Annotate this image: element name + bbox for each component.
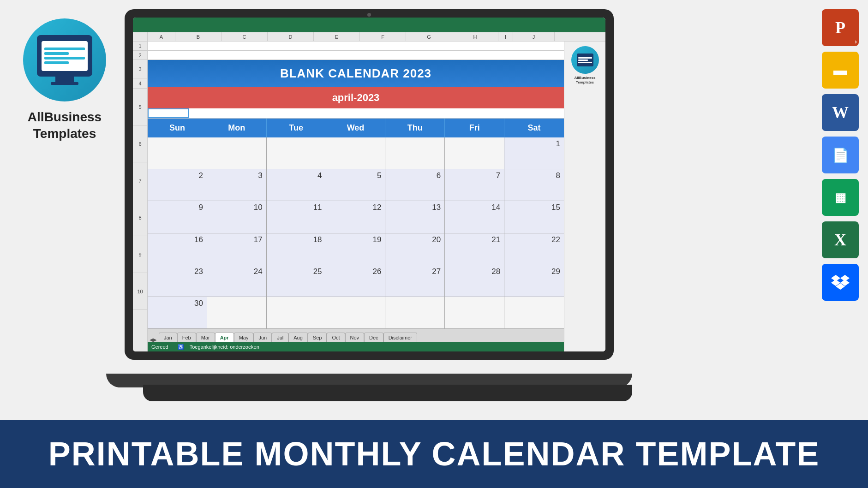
cell-w1-tue bbox=[267, 137, 326, 169]
col-c: C bbox=[221, 32, 268, 41]
col-b: B bbox=[175, 32, 221, 41]
corner-cell bbox=[133, 32, 148, 41]
header-tue: Tue bbox=[267, 119, 326, 137]
calendar-grid: 1 2 3 4 5 6 7 8 bbox=[148, 137, 564, 328]
col-i: I bbox=[498, 32, 513, 41]
accessibility-icon: ♿ bbox=[178, 344, 184, 350]
cell-2: 2 bbox=[148, 169, 207, 201]
cell-23: 23 bbox=[148, 265, 207, 297]
row-4: 4 bbox=[133, 78, 147, 89]
header-sat: Sat bbox=[504, 119, 564, 137]
column-headers: A B C D E F G H I J bbox=[133, 32, 605, 42]
row-7: 7 bbox=[133, 162, 147, 199]
col-d: D bbox=[268, 32, 314, 41]
day-headers-row: Sun Mon Tue Wed Thu Fri Sat bbox=[148, 119, 564, 137]
brand-logo-circle bbox=[23, 18, 106, 101]
cell-8: 8 bbox=[504, 169, 564, 201]
header-mon: Mon bbox=[207, 119, 267, 137]
cell-14: 14 bbox=[445, 201, 504, 232]
cell-w6-thu bbox=[385, 297, 445, 328]
calendar-area: BLANK CALENDAR 2023 april-2023 Sun Mon T… bbox=[148, 42, 564, 351]
cell-6: 6 bbox=[385, 169, 445, 201]
bottom-banner-text: PRINTABLE MONTHLY CALENDAR TEMPLATE bbox=[48, 435, 820, 473]
cell-12: 12 bbox=[326, 201, 386, 232]
tab-may[interactable]: May bbox=[234, 333, 254, 342]
cell-w1-thu bbox=[385, 137, 445, 169]
cell-1: 1 bbox=[504, 137, 564, 169]
cell-w1-fri bbox=[445, 137, 504, 169]
excel-ribbon bbox=[133, 18, 605, 32]
empty-row-4 bbox=[148, 108, 564, 119]
tab-mar[interactable]: Mar bbox=[196, 333, 215, 342]
tab-jun[interactable]: Jun bbox=[253, 333, 272, 342]
laptop-screen: A B C D E F G H I J 1 2 bbox=[133, 18, 605, 351]
cell-7: 7 bbox=[445, 169, 504, 201]
tab-dec[interactable]: Dec bbox=[364, 333, 383, 342]
header-sun: Sun bbox=[148, 119, 207, 137]
tab-nav-arrows[interactable]: ◀ ▶ bbox=[150, 337, 157, 342]
excel-main-content: 1 2 3 4 5 6 7 8 9 10 bbox=[133, 42, 605, 351]
google-docs-icon[interactable]: 📄 bbox=[822, 137, 859, 173]
tab-oct[interactable]: Oct bbox=[327, 333, 345, 342]
tab-sep[interactable]: Sep bbox=[308, 333, 327, 342]
status-text-left: Gereed bbox=[151, 344, 168, 350]
laptop-foot bbox=[143, 385, 632, 401]
cell-w1-wed bbox=[326, 137, 386, 169]
col-e: E bbox=[314, 32, 360, 41]
cell-29: 29 bbox=[504, 265, 564, 297]
tab-nov[interactable]: Nov bbox=[345, 333, 365, 342]
tab-jul[interactable]: Jul bbox=[272, 333, 288, 342]
word-icon[interactable]: W bbox=[822, 94, 859, 131]
tab-apr[interactable]: Apr bbox=[215, 333, 234, 342]
tab-jan[interactable]: Jan bbox=[159, 333, 177, 342]
cell-28: 28 bbox=[445, 265, 504, 297]
google-sheets-icon[interactable]: ▦ bbox=[822, 179, 859, 216]
excel-status-bar: Gereed ♿ Toegankelijkheid: onderzoeken bbox=[148, 342, 564, 351]
laptop-bezel: A B C D E F G H I J 1 2 bbox=[125, 9, 614, 360]
cell-w6-mon bbox=[207, 297, 267, 328]
col-g: G bbox=[406, 32, 452, 41]
cell-24: 24 bbox=[207, 265, 267, 297]
cell-27: 27 bbox=[385, 265, 445, 297]
row-1: 1 bbox=[133, 42, 147, 51]
brand-section: AllBusiness Templates bbox=[9, 18, 120, 143]
cell-26: 26 bbox=[326, 265, 386, 297]
row-3: 3 bbox=[133, 60, 147, 78]
cell-30: 30 bbox=[148, 297, 207, 328]
week-3: 9 10 11 12 13 14 15 bbox=[148, 201, 564, 233]
cell-11: 11 bbox=[267, 201, 326, 232]
google-slides-icon[interactable]: ▬ bbox=[822, 52, 859, 89]
abt-logo-small-text: AllBusinessTemplates bbox=[575, 76, 596, 85]
header-wed: Wed bbox=[326, 119, 386, 137]
tab-feb[interactable]: Feb bbox=[177, 333, 196, 342]
cell-20: 20 bbox=[385, 233, 445, 265]
cell-w1-sun bbox=[148, 137, 207, 169]
right-app-icons: P › ▬ W 📄 ▦ X bbox=[822, 9, 859, 301]
sheet-tabs-bar: ◀ ▶ Jan Feb Mar Apr May Jun Jul Aug Sep bbox=[148, 328, 564, 342]
blank-row-1 bbox=[148, 42, 564, 51]
cell-w6-fri bbox=[445, 297, 504, 328]
cell-w6-wed bbox=[326, 297, 386, 328]
cell-5: 5 bbox=[326, 169, 386, 201]
laptop-container: A B C D E F G H I J 1 2 bbox=[125, 9, 623, 406]
row-5: 5 bbox=[133, 89, 147, 125]
tab-disclaimer[interactable]: Disclaimer bbox=[383, 333, 417, 342]
row-10: 10 bbox=[133, 273, 147, 310]
dropbox-icon[interactable] bbox=[822, 264, 859, 301]
blank-row-2 bbox=[148, 51, 564, 60]
tab-aug[interactable]: Aug bbox=[288, 333, 308, 342]
powerpoint-icon[interactable]: P › bbox=[822, 9, 859, 46]
cell-13: 13 bbox=[385, 201, 445, 232]
calendar-main-title: BLANK CALENDAR 2023 bbox=[148, 60, 564, 87]
col-a: A bbox=[148, 32, 175, 41]
col-f: F bbox=[360, 32, 406, 41]
brand-name-text: AllBusiness Templates bbox=[28, 109, 102, 143]
col-h: H bbox=[452, 32, 498, 41]
excel-right-panel: AllBusinessTemplates bbox=[564, 42, 605, 351]
row-6: 6 bbox=[133, 125, 147, 162]
excel-icon[interactable]: X bbox=[822, 221, 859, 258]
cell-21: 21 bbox=[445, 233, 504, 265]
week-6: 30 bbox=[148, 297, 564, 328]
row-9: 9 bbox=[133, 236, 147, 273]
cell-4: 4 bbox=[267, 169, 326, 201]
